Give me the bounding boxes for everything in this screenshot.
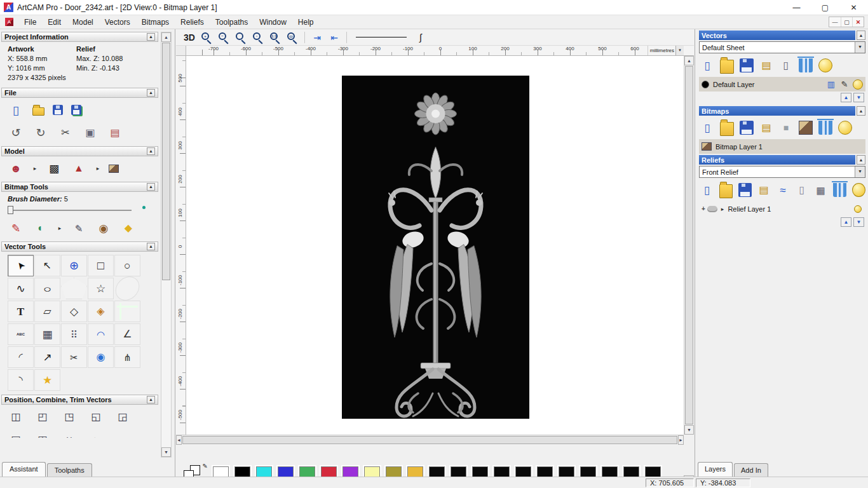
new-sheet-icon[interactable]: ▯ [700, 58, 714, 72]
minimize-button[interactable]: — [782, 0, 811, 15]
position-collapse-button[interactable]: ▲ [147, 396, 155, 403]
save-sheet-icon[interactable] [740, 58, 754, 72]
open-sheet-icon[interactable] [720, 60, 734, 74]
brush-diameter-slider[interactable] [6, 205, 151, 215]
reliefs-collapse-button[interactable]: ▲ [857, 155, 865, 165]
arc-through-points-tool[interactable]: ◜ [8, 346, 34, 368]
relief-visibility-icon[interactable] [852, 183, 865, 197]
mdi-close-button[interactable]: ✕ [852, 17, 864, 27]
create-star-tool[interactable]: ☆ [88, 278, 114, 299]
move-relief-up-button[interactable]: ▲ [841, 217, 851, 227]
relief-layer-row[interactable]: + ▸ Relief Layer 1 [699, 201, 865, 216]
save-relief-icon[interactable] [738, 183, 752, 197]
image-layer-icon[interactable] [799, 121, 813, 135]
create-ellipse-tool[interactable]: ○ [34, 278, 60, 299]
transform-vectors-tool[interactable]: ⊕ [61, 255, 87, 276]
create-diamond-tool[interactable]: ◇ [61, 301, 87, 322]
bridge-vectors-tool[interactable]: ⋔ [114, 346, 140, 368]
vector-tools-collapse-button[interactable]: ▲ [147, 243, 155, 250]
undo-icon[interactable]: ↺ [8, 125, 24, 141]
mdi-restore-button[interactable]: ▢ [841, 17, 852, 27]
close-button[interactable]: ✕ [839, 0, 868, 15]
grid-tool[interactable]: ▦ [34, 323, 60, 345]
scroll-up-button[interactable]: ▲ [684, 56, 694, 65]
menu-model[interactable]: Model [67, 17, 99, 28]
open-relief-icon[interactable] [719, 184, 733, 198]
notes-icon[interactable]: ▤ [107, 125, 123, 141]
flood-fill-icon[interactable]: ◆ [120, 220, 137, 236]
zoom-1to1-button[interactable]: 1:1 [268, 31, 282, 44]
create-arrow-tool[interactable]: ↗ [34, 346, 60, 368]
align-right-icon[interactable]: ◲ [114, 409, 131, 425]
redo-icon[interactable]: ↻ [32, 125, 49, 141]
open-bitmap-icon[interactable] [720, 122, 734, 136]
greyscale-view-icon[interactable]: ▩ [46, 160, 62, 177]
copy-sheet-icon[interactable]: ▯ [779, 58, 793, 72]
zoom-out-button[interactable]: − [217, 31, 231, 44]
scroll-up-button[interactable]: ▲ [161, 32, 171, 42]
scroll-down-button[interactable]: ▼ [684, 425, 694, 435]
menu-edit[interactable]: Edit [42, 17, 67, 28]
left-panel-scrollbar[interactable]: ▲ ▼ [161, 32, 172, 458]
toggle-all-visibility-icon[interactable] [818, 58, 832, 72]
relief-stack-icon[interactable]: ▤ [757, 183, 771, 197]
layer-visibility-icon[interactable] [853, 79, 863, 90]
lighthouse-icon[interactable]: ▲ [71, 160, 87, 177]
line-width-preview[interactable] [356, 37, 407, 37]
move-relief-down-button[interactable]: ▼ [853, 217, 864, 227]
bitmaps-collapse-button[interactable]: ▲ [857, 106, 865, 116]
measure-tool[interactable]: ∠ [114, 323, 140, 345]
create-text-tool[interactable]: T [8, 301, 34, 322]
move-layer-down-button[interactable]: ▼ [853, 93, 864, 102]
tab-assistant[interactable]: Assistant [2, 462, 46, 477]
bitmap-visibility-icon[interactable] [838, 121, 852, 135]
units-dropdown[interactable]: millimetres ▼ [648, 46, 684, 55]
nesting-dots-tool[interactable]: ⠿ [61, 323, 87, 345]
tab-toolpaths[interactable]: Toolpaths [47, 463, 92, 477]
create-polyline-tool[interactable]: ∿ [8, 278, 34, 299]
delete-relief-icon[interactable] [833, 183, 846, 197]
zoom-objects-button[interactable]: ⇥ [310, 31, 324, 44]
menu-help[interactable]: Help [292, 17, 320, 28]
menu-toolpaths[interactable]: Toolpaths [210, 17, 254, 28]
grey-swatch-icon[interactable]: ■ [779, 121, 793, 135]
menu-file[interactable]: File [18, 17, 42, 28]
vectors-collapse-button[interactable]: ▲ [857, 30, 865, 40]
slider-thumb[interactable] [8, 206, 13, 214]
create-polygon-tool[interactable] [61, 278, 87, 299]
menu-window[interactable]: Window [254, 17, 292, 28]
restore-button[interactable]: ▢ [811, 0, 839, 15]
menu-vectors[interactable]: Vectors [99, 17, 136, 28]
delete-bitmap-icon[interactable] [818, 121, 832, 135]
scrollbar-thumb[interactable] [182, 436, 677, 444]
text-block-tool[interactable]: ABC [8, 323, 34, 345]
fit-curve-tool[interactable]: ◠ [88, 323, 114, 345]
relief-wave-icon[interactable]: ≈ [776, 183, 790, 197]
paint-brush-icon[interactable]: ✎ [8, 220, 24, 236]
align-bottom-icon[interactable]: ◱ [88, 409, 104, 425]
center-in-page-icon[interactable]: ◫ [8, 409, 24, 425]
save-bitmap-icon[interactable] [740, 121, 754, 135]
zoom-tool-button[interactable] [234, 31, 248, 44]
cut-icon[interactable]: ✂ [57, 125, 74, 141]
expander-icon[interactable]: ▸ [721, 206, 724, 212]
open-model-icon[interactable] [32, 107, 44, 116]
dropdown-arrow-icon[interactable]: ▼ [855, 166, 865, 177]
colour-palette-icon[interactable]: ◉ [95, 220, 112, 236]
zoom-fit-button[interactable]: ▭ [285, 31, 299, 44]
scroll-down-button[interactable]: ▼ [161, 447, 171, 457]
tab-add-in[interactable]: Add In [734, 463, 768, 477]
vertical-scrollbar[interactable]: ▲ ▼ [684, 56, 694, 435]
scroll-left-button[interactable]: ◄ [176, 435, 182, 445]
blank-sheet-icon[interactable]: ▯ [795, 183, 808, 197]
menu-reliefs[interactable]: Reliefs [175, 17, 210, 28]
space-evenly-icon[interactable]: ◫ [34, 431, 51, 438]
align-centers-icon[interactable]: ▣ [8, 431, 24, 438]
trim-vectors-tool[interactable]: ✂ [61, 346, 87, 368]
bitmap-layer-row[interactable]: Bitmap Layer 1 [699, 139, 865, 154]
paint-selective-icon[interactable]: ◐ [32, 220, 49, 236]
new-relief-layer-icon[interactable]: ▯ [700, 183, 714, 197]
align-left-icon[interactable]: ◰ [34, 409, 51, 425]
select-vectors-tool[interactable]: ➤ [8, 255, 34, 276]
fillet-tool[interactable]: ◝ [8, 369, 34, 391]
